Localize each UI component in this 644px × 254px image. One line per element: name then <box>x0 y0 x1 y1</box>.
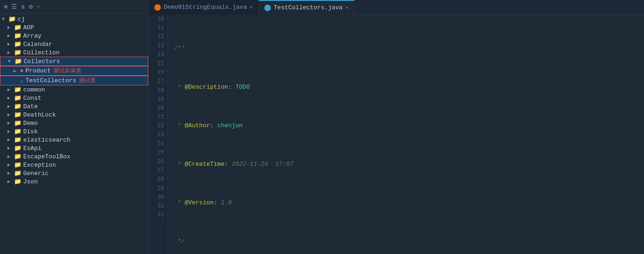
arrow-icon: ▶ <box>7 95 14 101</box>
tree-item-testcollectors[interactable]: ☕ TestCollectors 测试类 <box>0 76 148 85</box>
folder-icon: 📁 <box>14 40 21 48</box>
tree-label: Demo <box>23 120 38 127</box>
tree-item-exception[interactable]: ▶ 📁 Exception <box>0 161 148 169</box>
tree-item-array[interactable]: ▶ 📁 Array <box>0 32 148 40</box>
folder-icon: 📁 <box>14 103 21 110</box>
list-icon[interactable]: ☰ <box>11 3 17 11</box>
sidebar: ⊕ ☰ ⇅ ⚙ − ▼ 📁 cj ▶ 📁 AOP ▶ 📁 Array ▶ 📁 C… <box>0 0 149 254</box>
folder-icon: 📁 <box>14 49 21 56</box>
code-line-14: * @Version: 1.0 <box>174 198 644 208</box>
tree-item-esapi[interactable]: ▶ 📁 EsApi <box>0 144 148 152</box>
tree-label: Exception <box>23 162 56 169</box>
folder-icon: 📁 <box>14 136 21 143</box>
arrow-icon: ▶ <box>7 145 14 151</box>
tab-label: Demo01StringEquals.java <box>164 4 247 11</box>
java-orange-icon <box>154 4 161 11</box>
arrow-icon: ▶ <box>13 68 20 74</box>
arrow-icon: ▼ <box>2 17 8 22</box>
tree-label: EscapeToolBox <box>23 153 70 160</box>
tree-label: Calendar <box>23 41 52 48</box>
folder-icon: 📁 <box>14 32 21 39</box>
folder-icon: 📁 <box>14 94 21 102</box>
sidebar-toolbar: ⊕ ☰ ⇅ ⚙ − <box>0 0 148 14</box>
arrow-icon: ▶ <box>7 137 14 143</box>
arrow-icon: ▶ <box>7 87 14 92</box>
tree-label: TestCollectors <box>26 77 76 84</box>
arrow-icon: ▶ <box>7 154 14 159</box>
tree-item-date[interactable]: ▶ 📁 Date <box>0 102 148 111</box>
tree-item-demo[interactable]: ▶ 📁 Demo <box>0 119 148 127</box>
code-line-10: /** <box>174 44 644 53</box>
arrow-icon: ▶ <box>7 112 14 117</box>
arrow-icon: ▶ <box>7 41 14 47</box>
folder-icon: 📁 <box>14 111 21 118</box>
tree-label: elasticsearch <box>23 137 70 143</box>
tree-item-escapetoolbox[interactable]: ▶ 📁 EscapeToolBox <box>0 152 148 161</box>
file-tree: ▼ 📁 cj ▶ 📁 AOP ▶ 📁 Array ▶ 📁 Calendar ▶ … <box>0 14 148 254</box>
arrow-icon: ▶ <box>7 50 14 55</box>
tree-item-json[interactable]: ▶ 📁 Json <box>0 177 148 186</box>
folder-icon: 📁 <box>14 144 21 152</box>
product-annotation: 测试实体类 <box>53 67 81 75</box>
tree-label: Json <box>23 178 38 185</box>
arrow-icon: ▶ <box>7 170 14 176</box>
tree-label: Collectors <box>24 58 60 65</box>
tree-item-cj[interactable]: ▼ 📁 cj <box>0 15 148 23</box>
arrow-icon: ▶ <box>7 162 14 168</box>
tree-item-product[interactable]: ▶ ● Product 测试实体类 <box>0 66 148 76</box>
tree-item-calendar[interactable]: ▶ 📁 Calendar <box>0 40 148 48</box>
tab-label: TestCollectors.java <box>274 4 342 11</box>
tree-label: AOP <box>23 24 34 31</box>
minus-icon[interactable]: − <box>36 3 40 11</box>
tree-label: Collection <box>23 49 59 56</box>
folder-icon: 📁 <box>14 178 21 185</box>
tree-label: cj <box>18 16 25 23</box>
package-icon: ● <box>20 67 24 74</box>
tab-close-icon[interactable]: × <box>345 5 348 11</box>
arrow-icon: ▶ <box>7 33 14 39</box>
folder-icon: 📁 <box>14 86 21 93</box>
folder-icon: 📁 <box>14 24 21 31</box>
folder-icon: 📁 <box>8 15 16 23</box>
tree-label: common <box>23 86 45 93</box>
folder-icon: 📁 <box>14 128 21 135</box>
folder-icon: 📁 <box>14 58 22 65</box>
code-line-11: * @Description: TODO <box>174 83 644 92</box>
tree-label: DeathLock <box>23 111 56 118</box>
editor: Demo01StringEquals.java × TestCollectors… <box>149 0 644 254</box>
arrow-icon: ▼ <box>8 59 14 64</box>
sort-icon[interactable]: ⇅ <box>21 3 25 11</box>
tree-label: Const <box>23 95 41 102</box>
code-area[interactable]: 10 11 12 13 14 15 16 17 18 19 20 21 22 2… <box>149 15 644 254</box>
arrow-icon: ▶ <box>7 120 14 126</box>
folder-icon: 📁 <box>14 119 21 127</box>
arrow-icon: ▶ <box>7 104 14 109</box>
tree-item-deathlock[interactable]: ▶ 📁 DeathLock <box>0 111 148 119</box>
settings-icon[interactable]: ⚙ <box>29 3 33 11</box>
globe-icon[interactable]: ⊕ <box>4 3 7 11</box>
line-numbers: 10 11 12 13 14 15 16 17 18 19 20 21 22 2… <box>149 15 168 254</box>
tab-bar: Demo01StringEquals.java × TestCollectors… <box>149 0 644 15</box>
tab-demo01stringequals[interactable]: Demo01StringEquals.java × <box>149 0 259 15</box>
tree-label: EsApi <box>23 145 41 152</box>
tree-label: Generic <box>23 170 49 177</box>
arrow-icon: ▶ <box>7 129 14 134</box>
tab-testcollectors[interactable]: TestCollectors.java × <box>259 0 355 15</box>
tree-item-collectors[interactable]: ▼ 📁 Collectors <box>0 57 148 66</box>
tree-item-const[interactable]: ▶ 📁 Const <box>0 94 148 102</box>
tree-label: Date <box>23 103 38 110</box>
tree-label: Disk <box>23 128 38 135</box>
tab-close-icon[interactable]: × <box>250 5 253 10</box>
arrow-icon: ▶ <box>7 179 14 184</box>
tree-item-aop[interactable]: ▶ 📁 AOP <box>0 23 148 32</box>
folder-icon: 📁 <box>14 153 21 160</box>
testcollectors-annotation: 测试类 <box>79 77 96 85</box>
code-content: /** * @Description: TODO * @Author: chen… <box>168 15 644 254</box>
tree-item-disk[interactable]: ▶ 📁 Disk <box>0 127 148 136</box>
code-line-15: */ <box>174 237 644 247</box>
tree-item-elasticsearch[interactable]: ▶ 📁 elasticsearch <box>0 136 148 144</box>
folder-icon: 📁 <box>14 169 21 177</box>
tree-item-collection[interactable]: ▶ 📁 Collection <box>0 48 148 57</box>
tree-item-generic[interactable]: ▶ 📁 Generic <box>0 169 148 177</box>
tree-item-common[interactable]: ▶ 📁 common <box>0 85 148 94</box>
